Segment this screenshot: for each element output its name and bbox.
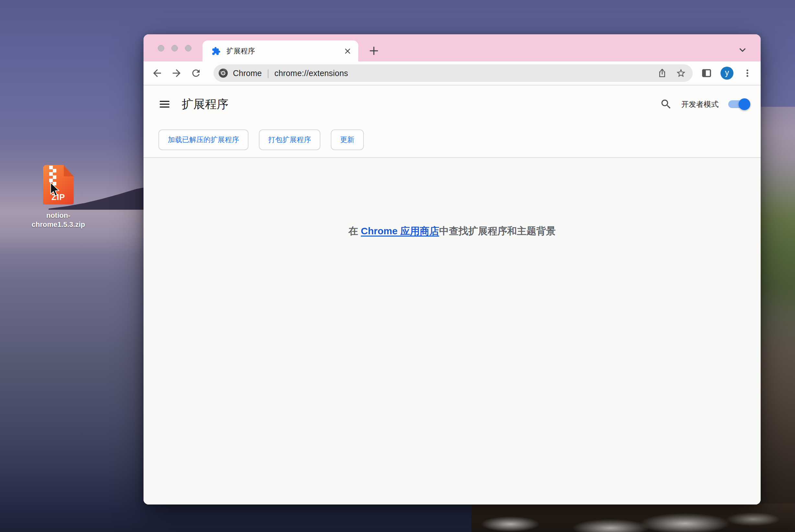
reload-button[interactable] xyxy=(189,66,202,80)
address-bar[interactable]: Chrome | chrome://extensions xyxy=(214,64,693,82)
empty-state-prefix: 在 xyxy=(348,226,361,236)
file-name-label: notion- chrome1.5.3.zip xyxy=(18,211,99,229)
back-button[interactable] xyxy=(151,66,164,80)
plus-icon xyxy=(368,45,379,56)
zip-zipper-square xyxy=(49,172,53,176)
zip-zipper-square xyxy=(49,178,53,182)
developer-mode-toggle[interactable] xyxy=(728,100,748,108)
empty-state-suffix: 中查找扩展程序和主题背景 xyxy=(439,226,556,236)
extension-puzzle-icon xyxy=(212,46,221,56)
three-dot-menu-icon xyxy=(742,68,753,78)
pack-extension-button[interactable]: 打包扩展程序 xyxy=(259,130,320,150)
tab-extensions[interactable]: 扩展程序 xyxy=(202,40,358,61)
bookmark-button[interactable] xyxy=(674,66,687,80)
back-arrow-icon xyxy=(151,67,163,79)
wallpaper-rocks-surf xyxy=(471,504,795,532)
url-text[interactable]: chrome://extensions xyxy=(274,69,348,78)
minimize-window-button[interactable] xyxy=(171,45,178,52)
share-icon xyxy=(657,68,667,78)
chrome-site-icon xyxy=(218,68,229,78)
chevron-down-icon xyxy=(738,45,747,55)
update-button[interactable]: 更新 xyxy=(331,130,364,150)
load-unpacked-button[interactable]: 加载已解压的扩展程序 xyxy=(158,130,249,150)
zip-zipper-square xyxy=(53,169,56,172)
wallpaper-cliff xyxy=(760,107,795,532)
zip-zipper-square xyxy=(49,166,53,169)
reload-icon xyxy=(191,68,201,79)
chrome-web-store-link[interactable]: Chrome 应用商店 xyxy=(361,226,439,236)
browser-menu-button[interactable] xyxy=(741,66,754,80)
browser-toolbar: Chrome | chrome://extensions xyxy=(144,61,761,86)
extensions-header: 扩展程序 开发者模式 加载已解压的扩展程序 打包扩展程序 更新 xyxy=(144,86,761,158)
url-separator: | xyxy=(267,68,269,78)
search-icon[interactable] xyxy=(660,98,672,110)
browser-window: 扩展程序 xyxy=(144,34,761,505)
toolbar-right-cluster: y xyxy=(693,66,754,80)
close-window-button[interactable] xyxy=(158,45,164,52)
hamburger-menu-icon[interactable] xyxy=(158,98,171,110)
extensions-page: 扩展程序 开发者模式 加载已解压的扩展程序 打包扩展程序 更新 在 xyxy=(144,86,761,505)
developer-mode-label: 开发者模式 xyxy=(681,99,719,109)
forward-arrow-icon xyxy=(171,67,182,79)
site-label: Chrome xyxy=(233,69,262,78)
zip-zipper-square xyxy=(53,175,56,179)
zip-fold-corner xyxy=(64,165,74,176)
tab-strip: 扩展程序 xyxy=(144,34,761,61)
traffic-lights xyxy=(158,45,192,52)
empty-state-message: 在 Chrome 应用商店中查找扩展程序和主题背景 xyxy=(144,225,761,238)
tab-search-chevron-button[interactable] xyxy=(735,43,749,57)
toggle-knob xyxy=(739,98,750,110)
tab-title: 扩展程序 xyxy=(227,46,343,56)
side-panel-icon xyxy=(701,67,712,79)
desktop-file-notion-zip[interactable]: ZIP notion- chrome1.5.3.zip xyxy=(18,165,99,229)
new-tab-button[interactable] xyxy=(366,43,381,58)
zoom-window-button[interactable] xyxy=(185,45,192,52)
mouse-cursor xyxy=(49,182,60,197)
share-button[interactable] xyxy=(656,66,669,80)
forward-button[interactable] xyxy=(170,66,183,80)
page-title: 扩展程序 xyxy=(182,96,229,112)
extensions-content: 在 Chrome 应用商店中查找扩展程序和主题背景 xyxy=(144,158,761,505)
tab-close-icon[interactable] xyxy=(343,47,352,55)
side-panel-button[interactable] xyxy=(700,66,713,80)
star-icon xyxy=(676,68,686,78)
extensions-actions-row: 加载已解压的扩展程序 打包扩展程序 更新 xyxy=(158,130,753,150)
profile-avatar[interactable]: y xyxy=(721,66,734,80)
